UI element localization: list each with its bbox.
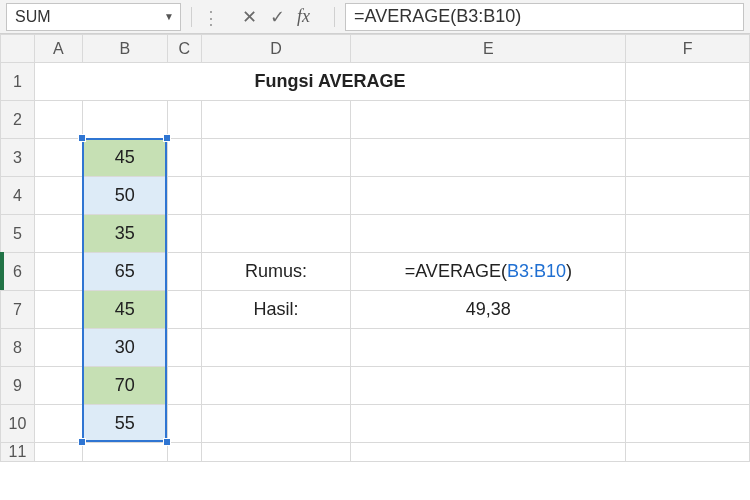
- row-10: 10 55: [1, 405, 750, 443]
- expand-grip-icon[interactable]: ⋮: [202, 15, 221, 18]
- cell-E11[interactable]: [351, 443, 626, 462]
- cell-B10[interactable]: 55: [82, 405, 167, 443]
- cell-E3[interactable]: [351, 139, 626, 177]
- cell-B5[interactable]: 35: [82, 215, 167, 253]
- col-header-E[interactable]: E: [351, 35, 626, 63]
- cell-B6[interactable]: 65: [82, 253, 167, 291]
- title-cell[interactable]: Fungsi AVERAGE: [34, 63, 625, 101]
- cell-F9[interactable]: [626, 367, 750, 405]
- formula-bar: SUM ▼ ⋮ ✕ ✓ fx =AVERAGE(B3:B10): [0, 0, 750, 34]
- row-header-6[interactable]: 6: [1, 253, 35, 291]
- cell-F10[interactable]: [626, 405, 750, 443]
- cell-F3[interactable]: [626, 139, 750, 177]
- cell-C2[interactable]: [167, 101, 201, 139]
- cell-A9[interactable]: [34, 367, 82, 405]
- cell-B7[interactable]: 45: [82, 291, 167, 329]
- row-header-11[interactable]: 11: [1, 443, 35, 462]
- cell-A6[interactable]: [34, 253, 82, 291]
- separator: [191, 7, 192, 27]
- name-box[interactable]: SUM ▼: [6, 3, 181, 31]
- cell-E6-formula[interactable]: =AVERAGE(B3:B10): [351, 253, 626, 291]
- cell-C6[interactable]: [167, 253, 201, 291]
- cell-A3[interactable]: [34, 139, 82, 177]
- cell-E9[interactable]: [351, 367, 626, 405]
- cell-D2[interactable]: [201, 101, 351, 139]
- cell-B4[interactable]: 50: [82, 177, 167, 215]
- formula-text: =AVERAGE(B3:B10): [354, 6, 521, 27]
- cell-A11[interactable]: [34, 443, 82, 462]
- fx-icon[interactable]: fx: [297, 6, 310, 27]
- cell-D4[interactable]: [201, 177, 351, 215]
- cell-B9[interactable]: 70: [82, 367, 167, 405]
- name-box-value: SUM: [15, 8, 51, 26]
- cell-B3[interactable]: 45: [82, 139, 167, 177]
- cell-D11[interactable]: [201, 443, 351, 462]
- col-header-C[interactable]: C: [167, 35, 201, 63]
- column-header-row: A B C D E F: [1, 35, 750, 63]
- cell-D3[interactable]: [201, 139, 351, 177]
- row-8: 8 30: [1, 329, 750, 367]
- row-header-3[interactable]: 3: [1, 139, 35, 177]
- row-6: 6 65 Rumus: =AVERAGE(B3:B10): [1, 253, 750, 291]
- cell-F4[interactable]: [626, 177, 750, 215]
- cell-A7[interactable]: [34, 291, 82, 329]
- cancel-button[interactable]: ✕: [235, 6, 263, 28]
- col-header-D[interactable]: D: [201, 35, 351, 63]
- row-1: 1 Fungsi AVERAGE: [1, 63, 750, 101]
- row-header-1[interactable]: 1: [1, 63, 35, 101]
- row-header-8[interactable]: 8: [1, 329, 35, 367]
- formula-input[interactable]: =AVERAGE(B3:B10): [345, 3, 744, 31]
- row-header-4[interactable]: 4: [1, 177, 35, 215]
- cell-C4[interactable]: [167, 177, 201, 215]
- cell-C8[interactable]: [167, 329, 201, 367]
- cell-D8[interactable]: [201, 329, 351, 367]
- cell-F5[interactable]: [626, 215, 750, 253]
- cell-E10[interactable]: [351, 405, 626, 443]
- cell-A2[interactable]: [34, 101, 82, 139]
- select-all-corner[interactable]: [1, 35, 35, 63]
- cell-D5[interactable]: [201, 215, 351, 253]
- cell-E2[interactable]: [351, 101, 626, 139]
- cell-E4[interactable]: [351, 177, 626, 215]
- cell-E8[interactable]: [351, 329, 626, 367]
- row-header-2[interactable]: 2: [1, 101, 35, 139]
- col-header-B[interactable]: B: [82, 35, 167, 63]
- cell-F8[interactable]: [626, 329, 750, 367]
- name-box-dropdown-icon[interactable]: ▼: [164, 11, 174, 22]
- row-11: 11: [1, 443, 750, 462]
- cell-F1[interactable]: [626, 63, 750, 101]
- row-header-7[interactable]: 7: [1, 291, 35, 329]
- cell-D7-hasil-label[interactable]: Hasil:: [201, 291, 351, 329]
- cell-C5[interactable]: [167, 215, 201, 253]
- cell-D10[interactable]: [201, 405, 351, 443]
- col-header-A[interactable]: A: [34, 35, 82, 63]
- cell-A8[interactable]: [34, 329, 82, 367]
- col-header-F[interactable]: F: [626, 35, 750, 63]
- spreadsheet-grid: A B C D E F 1 Fungsi AVERAGE 2 3 45 4 50…: [0, 34, 750, 462]
- cell-F7[interactable]: [626, 291, 750, 329]
- cell-C3[interactable]: [167, 139, 201, 177]
- cell-E5[interactable]: [351, 215, 626, 253]
- cell-E7-result[interactable]: 49,38: [351, 291, 626, 329]
- cell-C7[interactable]: [167, 291, 201, 329]
- separator: [334, 7, 335, 27]
- cell-B11[interactable]: [82, 443, 167, 462]
- cell-D6-rumus-label[interactable]: Rumus:: [201, 253, 351, 291]
- cell-F6[interactable]: [626, 253, 750, 291]
- cell-B8[interactable]: 30: [82, 329, 167, 367]
- cell-C11[interactable]: [167, 443, 201, 462]
- cell-F11[interactable]: [626, 443, 750, 462]
- cell-C9[interactable]: [167, 367, 201, 405]
- cell-A10[interactable]: [34, 405, 82, 443]
- cell-A5[interactable]: [34, 215, 82, 253]
- cell-B2[interactable]: [82, 101, 167, 139]
- cell-A4[interactable]: [34, 177, 82, 215]
- cell-C10[interactable]: [167, 405, 201, 443]
- row-header-9[interactable]: 9: [1, 367, 35, 405]
- cell-F2[interactable]: [626, 101, 750, 139]
- row-header-5[interactable]: 5: [1, 215, 35, 253]
- accept-button[interactable]: ✓: [263, 6, 291, 28]
- row-9: 9 70: [1, 367, 750, 405]
- row-header-10[interactable]: 10: [1, 405, 35, 443]
- cell-D9[interactable]: [201, 367, 351, 405]
